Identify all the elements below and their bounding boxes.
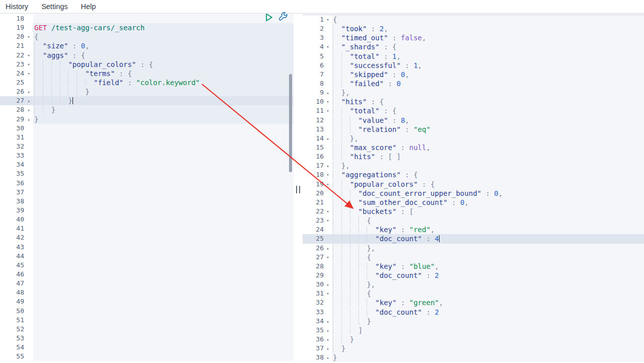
fold-close-icon[interactable]: ▴ xyxy=(24,105,33,114)
menu-item-settings[interactable]: Settings xyxy=(41,3,67,11)
request-code-49[interactable] xyxy=(33,297,294,306)
fold-close-icon[interactable]: ▴ xyxy=(324,353,332,362)
response-code-15[interactable]: "max_score" : null, xyxy=(332,143,644,152)
fold-open-icon[interactable]: ▾ xyxy=(24,51,33,60)
request-code-44[interactable] xyxy=(33,252,294,261)
request-code-19[interactable]: GET /test-agg-cars/_search xyxy=(33,23,294,32)
fold-open-icon[interactable]: ▾ xyxy=(324,289,332,298)
request-code-53[interactable] xyxy=(33,334,294,343)
request-code-25[interactable]: "field" : "color.keyword" xyxy=(33,78,294,87)
request-editor-scrollbar-thumb[interactable] xyxy=(289,74,292,172)
response-code-22[interactable]: "buckets" : [ xyxy=(332,207,644,216)
response-code-31[interactable]: { xyxy=(332,289,644,298)
request-code-48[interactable] xyxy=(33,288,294,297)
request-code-38[interactable] xyxy=(33,197,294,206)
response-code-34[interactable]: } xyxy=(332,317,644,326)
request-code-47[interactable] xyxy=(33,279,294,288)
request-code-32[interactable] xyxy=(33,142,294,151)
response-code-29[interactable]: "doc_count" : 2 xyxy=(332,271,644,280)
response-code-30[interactable]: }, xyxy=(332,280,644,289)
request-code-54[interactable] xyxy=(33,343,294,352)
request-code-43[interactable] xyxy=(33,243,294,252)
request-code-50[interactable] xyxy=(33,307,294,316)
request-code-39[interactable] xyxy=(33,206,294,215)
fold-open-icon[interactable]: ▾ xyxy=(324,106,332,115)
response-code-12[interactable]: "value" : 8, xyxy=(332,116,644,125)
request-code-22[interactable]: "aggs" : { xyxy=(33,51,294,60)
request-code-33[interactable] xyxy=(33,151,294,160)
fold-close-icon[interactable]: ▴ xyxy=(24,87,33,96)
request-code-27[interactable]: } xyxy=(33,96,294,105)
request-code-21[interactable]: "size" : 0, xyxy=(33,41,294,50)
fold-close-icon[interactable]: ▴ xyxy=(324,344,332,353)
request-code-20[interactable]: { xyxy=(33,32,294,41)
fold-close-icon[interactable]: ▴ xyxy=(324,280,332,289)
response-code-2[interactable]: "took" : 2, xyxy=(332,24,644,33)
request-code-52[interactable] xyxy=(33,325,294,334)
response-code-33[interactable]: "doc_count" : 2 xyxy=(332,308,644,317)
fold-close-icon[interactable]: ▴ xyxy=(324,335,332,344)
request-code-42[interactable] xyxy=(33,233,294,242)
menu-item-history[interactable]: History xyxy=(6,3,28,11)
request-editor[interactable]: 1819GET /test-agg-cars/_search20▾{21 "si… xyxy=(0,14,294,363)
response-code-11[interactable]: "total" : { xyxy=(332,106,644,115)
response-code-23[interactable]: { xyxy=(332,216,644,225)
fold-open-icon[interactable]: ▾ xyxy=(24,32,33,41)
fold-close-icon[interactable]: ▴ xyxy=(24,115,33,124)
request-code-30[interactable] xyxy=(33,124,294,133)
request-code-26[interactable]: } xyxy=(33,87,294,96)
response-code-4[interactable]: "_shards" : { xyxy=(332,42,644,51)
response-code-10[interactable]: "hits" : { xyxy=(332,97,644,106)
response-code-18[interactable]: "aggregations" : { xyxy=(332,170,644,179)
response-code-1[interactable]: { xyxy=(332,15,644,24)
response-code-14[interactable]: }, xyxy=(332,134,644,143)
response-code-8[interactable]: "failed" : 0 xyxy=(332,79,644,88)
request-code-24[interactable]: "terms" : { xyxy=(33,69,294,78)
request-code-31[interactable] xyxy=(33,133,294,142)
panel-resize-handle-icon[interactable] xyxy=(296,186,300,193)
menu-item-help[interactable]: Help xyxy=(81,3,96,11)
response-code-21[interactable]: "sum_other_doc_count" : 0, xyxy=(332,198,644,207)
response-code-26[interactable]: }, xyxy=(332,244,644,253)
response-code-28[interactable]: "key" : "blue", xyxy=(332,262,644,271)
request-options-button[interactable] xyxy=(278,13,288,23)
fold-close-icon[interactable]: ▴ xyxy=(24,96,33,105)
response-code-38[interactable]: } xyxy=(332,353,644,362)
response-code-17[interactable]: }, xyxy=(332,161,644,170)
response-code-13[interactable]: "relation" : "eq" xyxy=(332,125,644,134)
response-code-27[interactable]: { xyxy=(332,253,644,262)
fold-close-icon[interactable]: ▴ xyxy=(324,317,332,326)
fold-open-icon[interactable]: ▾ xyxy=(324,180,332,189)
send-request-button[interactable] xyxy=(264,13,274,23)
fold-close-icon[interactable]: ▴ xyxy=(324,134,332,143)
fold-open-icon[interactable]: ▾ xyxy=(324,253,332,262)
response-code-36[interactable]: } xyxy=(332,335,644,344)
response-code-16[interactable]: "hits" : [ ] xyxy=(332,152,644,161)
fold-open-icon[interactable]: ▾ xyxy=(324,216,332,225)
response-code-24[interactable]: "key" : "red", xyxy=(332,225,644,234)
response-code-5[interactable]: "total" : 1, xyxy=(332,52,644,61)
request-code-40[interactable] xyxy=(33,215,294,224)
request-code-55[interactable] xyxy=(33,352,294,361)
request-code-46[interactable] xyxy=(33,270,294,279)
request-code-41[interactable] xyxy=(33,224,294,233)
fold-open-icon[interactable]: ▾ xyxy=(24,69,33,78)
response-code-7[interactable]: "skipped" : 0, xyxy=(332,70,644,79)
response-code-9[interactable]: }, xyxy=(332,88,644,97)
fold-open-icon[interactable]: ▾ xyxy=(324,97,332,106)
request-code-23[interactable]: "popular_colors" : { xyxy=(33,60,294,69)
request-code-37[interactable] xyxy=(33,188,294,197)
fold-close-icon[interactable]: ▴ xyxy=(324,88,332,97)
response-code-3[interactable]: "timed_out" : false, xyxy=(332,33,644,42)
response-code-20[interactable]: "doc_count_error_upper_bound" : 0, xyxy=(332,189,644,198)
response-code-25[interactable]: "doc_count" : 4 xyxy=(332,234,644,243)
fold-open-icon[interactable]: ▾ xyxy=(324,207,332,216)
request-code-35[interactable] xyxy=(33,169,294,178)
fold-close-icon[interactable]: ▴ xyxy=(324,244,332,253)
request-code-34[interactable] xyxy=(33,160,294,169)
response-code-19[interactable]: "popular_colors" : { xyxy=(332,180,644,189)
fold-open-icon[interactable]: ▾ xyxy=(324,15,332,24)
request-code-36[interactable] xyxy=(33,179,294,188)
fold-close-icon[interactable]: ▴ xyxy=(324,161,332,170)
request-code-45[interactable] xyxy=(33,261,294,270)
